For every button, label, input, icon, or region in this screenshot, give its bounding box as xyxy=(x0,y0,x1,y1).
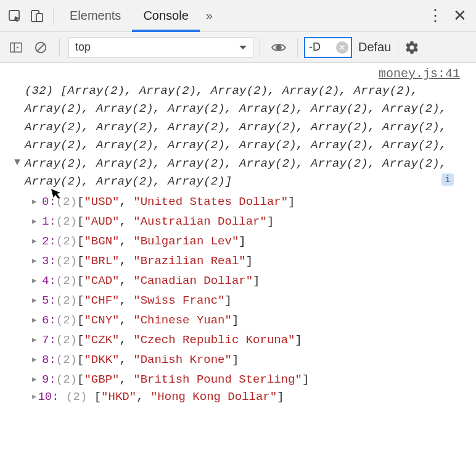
entry-row[interactable]: ▸0: (2) ["USD", "United States Dollar"] xyxy=(31,191,469,211)
entry-row[interactable]: ▸2: (2) ["BGN", "Bulgarian Lev"] xyxy=(31,231,469,251)
entry-row[interactable]: ▸4: (2) ["CAD", "Canadian Dollar"] xyxy=(31,270,469,290)
chevron-right-icon[interactable]: ▸ xyxy=(31,372,42,386)
execution-context-select[interactable]: top xyxy=(68,37,253,58)
live-expression-icon[interactable] xyxy=(266,36,291,59)
svg-rect-2 xyxy=(36,14,43,22)
device-toolbar-icon[interactable] xyxy=(26,5,48,27)
clear-console-icon[interactable] xyxy=(28,36,53,59)
separator xyxy=(59,38,60,57)
console-output: money.js:41 (32) [Array(2), Array(2), Ar… xyxy=(0,63,476,404)
tab-console[interactable]: Console xyxy=(132,0,199,32)
info-badge-icon[interactable]: i xyxy=(441,173,454,186)
devtools-tabbar: Elements Console » ⋮ ✕ xyxy=(0,0,476,32)
entry-row[interactable]: ▸5: (2) ["CHF", "Swiss Franc"] xyxy=(31,290,469,310)
entry-row[interactable]: ▸7: (2) ["CZK", "Czech Republic Koruna"] xyxy=(31,330,469,349)
chevron-right-icon[interactable]: ▸ xyxy=(31,293,42,307)
kebab-menu-icon[interactable]: ⋮ xyxy=(423,6,448,25)
source-link[interactable]: money.js:41 xyxy=(1,63,469,82)
entry-row[interactable]: ▸6: (2) ["CNY", "Chinese Yuan"] xyxy=(31,310,469,330)
svg-point-7 xyxy=(276,45,281,50)
entry-row[interactable]: ▸9: (2) ["GBP", "British Pound Sterling"… xyxy=(31,369,469,389)
console-sidebar-toggle-icon[interactable] xyxy=(4,36,28,59)
execution-context-label: top xyxy=(75,41,91,54)
chevron-right-icon[interactable]: ▸ xyxy=(31,312,42,327)
chevron-right-icon[interactable]: ▸ xyxy=(31,214,42,228)
log-levels-select[interactable]: Default levels xyxy=(358,40,392,54)
tab-elements[interactable]: Elements xyxy=(59,0,132,32)
console-toolbar: top -D ✕ Default levels xyxy=(0,32,476,63)
separator xyxy=(260,38,260,57)
entry-row[interactable]: ▸8: (2) ["DKK", "Danish Krone"] xyxy=(31,349,469,369)
tab-overflow[interactable]: » xyxy=(200,0,219,32)
chevron-right-icon[interactable]: ▸ xyxy=(31,194,42,209)
filter-value: -D xyxy=(309,41,321,54)
chevron-right-icon[interactable]: ▸ xyxy=(31,332,42,347)
chevron-right-icon[interactable]: ▸ xyxy=(31,352,42,367)
expand-toggle-icon[interactable] xyxy=(10,82,25,191)
array-preview: (32) [Array(2), Array(2), Array(2), Arra… xyxy=(25,82,467,191)
chevron-right-icon[interactable]: ▸ xyxy=(31,233,42,248)
expanded-entries: ▸0: (2) ["USD", "United States Dollar"]▸… xyxy=(1,191,469,389)
source-link-text[interactable]: money.js:41 xyxy=(379,67,460,81)
inspect-element-icon[interactable] xyxy=(4,5,26,27)
chevron-right-icon[interactable]: ▸ xyxy=(31,273,42,288)
svg-rect-3 xyxy=(10,43,22,52)
console-filter-input[interactable]: -D ✕ xyxy=(304,37,352,58)
separator xyxy=(398,38,398,57)
close-icon[interactable]: ✕ xyxy=(448,6,472,25)
chevron-right-icon[interactable]: ▸ xyxy=(31,390,38,404)
chevron-right-icon[interactable]: ▸ xyxy=(31,253,42,268)
console-settings-icon[interactable] xyxy=(404,40,429,55)
entry-row[interactable]: ▸3: (2) ["BRL", "Brazilian Real"] xyxy=(31,251,469,270)
svg-line-6 xyxy=(38,44,44,51)
entry-row[interactable]: ▸1: (2) ["AUD", "Australian Dollar"] xyxy=(31,211,469,231)
separator xyxy=(53,7,54,25)
separator xyxy=(297,38,298,57)
log-message[interactable]: (32) [Array(2), Array(2), Array(2), Arra… xyxy=(1,82,469,191)
entry-row-cutoff: ▸10: (2) ["HKD", "Hong Kong Dollar"] xyxy=(1,389,469,404)
clear-filter-icon[interactable]: ✕ xyxy=(336,41,348,54)
